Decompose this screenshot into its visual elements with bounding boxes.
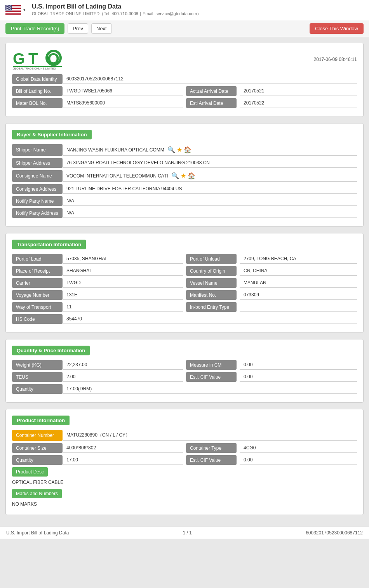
- transport-inbond-row: Way of Transport 11 In-bond Entry Type: [12, 302, 357, 312]
- page-subtitle: GLOBAL TRADE ONLINE LIMITED（Tel: 400-710…: [32, 11, 201, 17]
- identity-card: G T O GLOBAL TRADE ONLINE LIMITED 2017-0…: [5, 43, 364, 117]
- notify-party-name-value: N/A: [63, 196, 357, 206]
- teus-value: 2.00: [63, 372, 183, 382]
- flag-dropdown[interactable]: ▾: [23, 7, 26, 12]
- consignee-icon-group: 🔍 ★ 🏠: [171, 172, 195, 179]
- actual-arrival-value: 20170521: [240, 86, 357, 96]
- bol-value: TWGDTWSE1705066: [63, 86, 183, 96]
- way-transport-col: Way of Transport 11: [12, 302, 183, 312]
- hs-code-label: HS Code: [12, 314, 63, 324]
- quantity-row: Quantity 17.00(DRM): [12, 384, 357, 394]
- country-origin-col: Country of Origin CN, CHINA: [186, 266, 357, 276]
- svg-rect-4: [5, 10, 21, 11]
- print-button[interactable]: Print Trade Record(s): [5, 23, 64, 34]
- shipper-name-value: NANJING WASIN FUJIKURA OPTICAL COMM 🔍 ★ …: [63, 144, 357, 156]
- container-number-row: Container Number MATU2280890（CN / L / CY…: [12, 430, 357, 441]
- product-esti-cif-col: Esti. CIF Value 0.00: [186, 455, 357, 465]
- top-bar: ▾ U.S. Import Bill of Lading Data GLOBAL…: [0, 0, 369, 20]
- svg-text:G: G: [13, 50, 25, 67]
- voyage-col: Voyage Number 131E: [12, 290, 183, 300]
- voyage-manifest-row: Voyage Number 131E Manifest No. 073309: [12, 290, 357, 300]
- product-quantity-label: Quantity: [12, 455, 63, 465]
- inbond-label: In-bond Entry Type: [186, 302, 237, 312]
- measure-col: Measure in CM 0.00: [186, 360, 357, 370]
- bol-col: Bill of Lading No. TWGDTWSE1705066: [12, 86, 183, 96]
- weight-col: Weight (KG) 22,237.00: [12, 360, 183, 370]
- consignee-star-icon[interactable]: ★: [181, 172, 186, 179]
- port-row: Port of Load 57035, SHANGHAI Port of Unl…: [12, 254, 357, 264]
- product-quantity-col: Quantity 17.00: [12, 455, 183, 465]
- shipper-name-label: Shipper Name: [12, 144, 63, 156]
- master-bol-row: Mater BOL No. MATS8995600000 Esti Arriva…: [12, 98, 357, 108]
- svg-text:O: O: [47, 50, 59, 67]
- port-load-col: Port of Load 57035, SHANGHAI: [12, 254, 183, 264]
- container-number-button[interactable]: Container Number: [12, 430, 63, 441]
- svg-point-24: [6, 9, 7, 10]
- shipper-search-icon[interactable]: 🔍: [167, 146, 175, 153]
- bol-label: Bill of Lading No.: [12, 86, 63, 96]
- measure-value: 0.00: [240, 360, 357, 370]
- weight-measure-row: Weight (KG) 22,237.00 Measure in CM 0.00: [12, 360, 357, 370]
- way-transport-value: 11: [63, 302, 183, 312]
- svg-text:GLOBAL TRADE ONLINE LIMITED: GLOBAL TRADE ONLINE LIMITED: [13, 67, 56, 70]
- teus-label: TEUS: [12, 372, 63, 382]
- carrier-label: Carrier: [12, 278, 63, 288]
- product-desc-section: Product Desc OPTICAL FIBER CABLE: [12, 467, 357, 487]
- shipper-star-icon[interactable]: ★: [177, 146, 182, 153]
- consignee-address-value: 921 LURLINE DRIVE FOSTER CALIFORNIA 9440…: [63, 184, 357, 194]
- consignee-name-value: VOCOM INTERNATIONAL TELECOMMUNICATI 🔍 ★ …: [63, 170, 357, 182]
- place-receipt-col: Place of Receipt SHANGHAI: [12, 266, 183, 276]
- product-card: Product Information Container Number MAT…: [5, 409, 364, 515]
- shipper-home-icon[interactable]: 🏠: [184, 146, 191, 153]
- shipper-icon-group: 🔍 ★ 🏠: [167, 146, 191, 153]
- next-button[interactable]: Next: [91, 23, 112, 34]
- esti-arrival-value: 20170522: [240, 98, 357, 108]
- hs-code-row: HS Code 854470: [12, 314, 357, 324]
- svg-point-17: [7, 7, 8, 8]
- consignee-home-icon[interactable]: 🏠: [188, 172, 195, 179]
- place-receipt-label: Place of Receipt: [12, 266, 63, 276]
- esti-arrival-col: Esti Arrival Date 20170522: [186, 98, 357, 108]
- shipper-address-value: 76 XINGANG ROAD TECHNOLOGY DEVELO NANJIN…: [63, 158, 357, 168]
- measure-label: Measure in CM: [186, 360, 237, 370]
- svg-point-8: [6, 5, 7, 6]
- product-desc-button[interactable]: Product Desc: [12, 467, 48, 477]
- notify-party-name-row: Notify Party Name N/A: [12, 196, 357, 206]
- actual-arrival-label: Actual Arrival Date: [186, 86, 237, 96]
- svg-rect-5: [5, 12, 21, 13]
- transportation-title: Transportation Information: [12, 240, 86, 249]
- container-type-col: Container Type 4CG0: [186, 443, 357, 453]
- master-bol-col: Mater BOL No. MATS8995600000: [12, 98, 183, 108]
- teus-col: TEUS 2.00: [12, 372, 183, 382]
- product-quantity-value: 17.00: [63, 455, 183, 465]
- master-bol-label: Mater BOL No.: [12, 98, 63, 108]
- close-button[interactable]: Close This Window: [310, 23, 364, 34]
- product-desc-value: OPTICAL FIBER CABLE: [12, 478, 357, 487]
- notify-party-address-label: Notify Party Address: [12, 208, 63, 218]
- inbond-value: [240, 302, 357, 312]
- shipper-name-row: Shipper Name NANJING WASIN FUJIKURA OPTI…: [12, 144, 357, 156]
- port-unload-value: 2709, LONG BEACH, CA: [240, 254, 357, 264]
- voyage-value: 131E: [63, 290, 183, 300]
- svg-point-15: [10, 6, 11, 7]
- buyer-supplier-card: Buyer & Supplier Information Shipper Nam…: [5, 123, 364, 227]
- place-receipt-value: SHANGHAI: [63, 266, 183, 276]
- global-data-identity-row: Global Data Identity 6003201705230000687…: [12, 74, 357, 84]
- global-data-identity-value: 6003201705230000687112: [63, 74, 357, 84]
- port-load-value: 57035, SHANGHAI: [63, 254, 183, 264]
- marks-button[interactable]: Marks and Numbers: [12, 489, 62, 498]
- svg-point-27: [10, 9, 11, 10]
- svg-point-14: [9, 6, 10, 7]
- marks-section: Marks and Numbers NO MARKS: [12, 489, 357, 508]
- port-unload-label: Port of Unload: [186, 254, 237, 264]
- product-esti-cif-value: 0.00: [240, 455, 357, 465]
- notify-party-address-value: N/A: [63, 208, 357, 218]
- carrier-col: Carrier TWGD: [12, 278, 183, 288]
- bol-row: Bill of Lading No. TWGDTWSE1705066 Actua…: [12, 86, 357, 96]
- prev-button[interactable]: Prev: [68, 23, 88, 34]
- quantity-value: 17.00(DRM): [63, 384, 357, 394]
- consignee-search-icon[interactable]: 🔍: [171, 172, 179, 179]
- port-unload-col: Port of Unload 2709, LONG BEACH, CA: [186, 254, 357, 264]
- svg-point-11: [10, 5, 11, 6]
- esti-cif-value: 0.00: [240, 372, 357, 382]
